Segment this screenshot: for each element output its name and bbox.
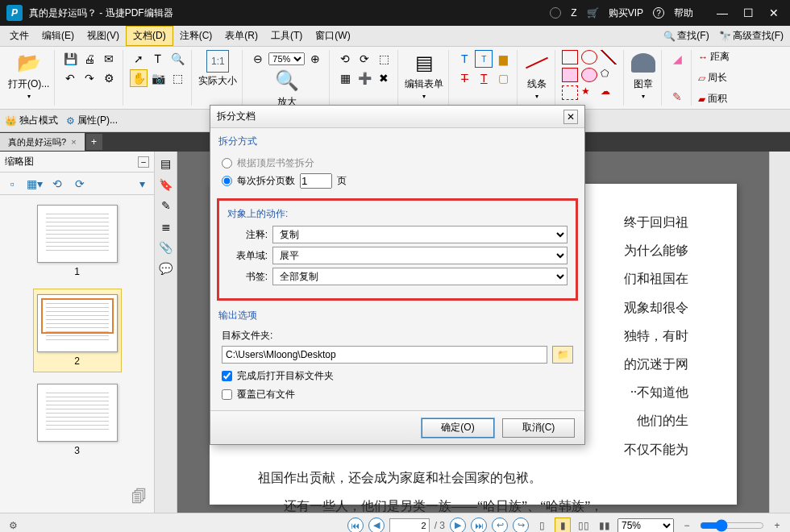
annotations-select[interactable]: 复制 <box>272 226 568 243</box>
help-icon[interactable]: ? <box>653 7 664 19</box>
dialog-close-button[interactable]: ✕ <box>563 110 578 124</box>
actual-size-button[interactable]: 1:1 实际大小 <box>198 50 237 88</box>
menu-comment[interactable]: 注释(C) <box>173 27 219 45</box>
nav-back-button[interactable]: ↩ <box>492 517 508 533</box>
browse-folder-button[interactable]: 📁 <box>552 346 573 364</box>
pencil-icon[interactable]: ✎ <box>668 88 686 106</box>
page-icon[interactable]: ▦ <box>336 69 354 87</box>
vt-signature-icon[interactable]: ✎ <box>157 197 175 214</box>
bookmarks-select[interactable]: 全部复制 <box>272 268 568 285</box>
open-button[interactable]: 📂 打开(O)...▾ <box>8 50 49 100</box>
new-tab-button[interactable]: + <box>86 134 102 150</box>
note-icon[interactable]: ▢ <box>494 69 512 87</box>
underline-icon[interactable]: T <box>475 69 493 87</box>
zoom-in-icon[interactable]: ⊕ <box>306 50 324 68</box>
thumb-new-icon[interactable]: ▫ <box>3 175 21 193</box>
shape-star[interactable]: ★ <box>581 85 597 100</box>
zoom-big-button[interactable]: 🔍 放大▾ <box>249 68 324 110</box>
zoom-out-bottom-icon[interactable]: − <box>679 517 695 533</box>
menu-view[interactable]: 视图(V) <box>81 27 126 45</box>
menu-form[interactable]: 表单(R) <box>218 27 264 45</box>
exclusive-mode-button[interactable]: 👑独占模式 <box>5 114 58 127</box>
highlight-icon[interactable]: ▆ <box>494 50 512 68</box>
first-page-button[interactable]: ⏮ <box>347 517 364 533</box>
strike-icon[interactable]: T̶ <box>455 69 473 87</box>
find-button[interactable]: 🔍查找(F) <box>660 27 712 44</box>
thumb-options-icon[interactable]: ▦▾ <box>26 175 44 193</box>
rotate-right-icon[interactable]: ⟳ <box>356 50 373 68</box>
minimize-button[interactable]: — <box>713 5 732 21</box>
print-icon[interactable]: 🖨 <box>81 50 98 68</box>
facing-continuous-icon[interactable]: ▮▮ <box>597 517 613 533</box>
shop-icon[interactable] <box>587 7 599 19</box>
continuous-icon[interactable]: ▮ <box>555 517 571 533</box>
single-page-icon[interactable]: ▯ <box>534 517 550 533</box>
shape-polyline[interactable] <box>601 50 617 64</box>
formfields-select[interactable]: 展平 <box>272 247 568 264</box>
text-edit-icon[interactable]: T <box>455 50 473 68</box>
vt-layers-icon[interactable]: ≣ <box>157 218 175 235</box>
text-select-icon[interactable]: Ꭲ <box>149 50 167 68</box>
undo-icon[interactable]: ↶ <box>61 69 79 87</box>
menu-file[interactable]: 文件 <box>3 27 35 45</box>
delete-icon[interactable]: ✖ <box>375 69 393 87</box>
shape-rect[interactable] <box>562 50 578 64</box>
facing-icon[interactable]: ▯▯ <box>576 517 592 533</box>
distance-button[interactable]: ↔距离 <box>698 50 730 64</box>
eraser-icon[interactable]: ◢ <box>668 50 686 68</box>
gear-icon[interactable]: ⚙ <box>100 69 118 87</box>
panel-collapse-icon[interactable]: – <box>138 156 149 168</box>
close-button[interactable]: ✕ <box>764 5 784 21</box>
thumb-menu-icon[interactable]: ▾ <box>133 175 151 193</box>
hand-icon[interactable]: ✋ <box>130 69 148 87</box>
thumb-rotate-right-icon[interactable]: ⟳ <box>71 175 89 193</box>
overwrite-checkbox[interactable] <box>222 389 232 400</box>
tab-close-icon[interactable]: × <box>71 137 76 147</box>
buy-vip-link[interactable]: 购买VIP <box>609 6 643 20</box>
prev-page-button[interactable]: ◀ <box>368 517 385 533</box>
perimeter-button[interactable]: ▱周长 <box>698 71 730 85</box>
shape-circle[interactable] <box>581 50 597 64</box>
dest-folder-input[interactable] <box>222 346 547 364</box>
menu-window[interactable]: 窗口(W) <box>309 27 356 45</box>
crop-icon[interactable]: ⬚ <box>375 50 393 68</box>
sb-gear-icon[interactable]: ⚙ <box>5 517 21 533</box>
thumb-rotate-left-icon[interactable]: ⟲ <box>48 175 66 193</box>
mail-icon[interactable]: ✉ <box>100 50 118 68</box>
properties-button[interactable]: ⚙属性(P)... <box>66 114 118 127</box>
vt-pages-icon[interactable]: ▤ <box>157 155 175 172</box>
save-icon[interactable]: 💾 <box>61 50 79 68</box>
zoom-combo-bottom[interactable]: 75% <box>617 518 674 533</box>
zoom-slider[interactable] <box>700 519 764 532</box>
zoom-tool-icon[interactable]: 🔍 <box>168 50 186 68</box>
shape-cloud[interactable] <box>562 85 578 100</box>
stamp-button[interactable]: 图章▾ <box>630 50 656 100</box>
shape-rect-fill[interactable] <box>562 68 578 82</box>
redo-icon[interactable]: ↷ <box>81 69 98 87</box>
span-icon[interactable]: ⬚ <box>168 69 186 87</box>
nav-fwd-button[interactable]: ↪ <box>513 517 529 533</box>
last-page-button[interactable]: ⏭ <box>471 517 487 533</box>
user-indicator[interactable]: Z <box>571 7 576 19</box>
cursor-icon[interactable]: ➚ <box>130 50 148 68</box>
pages-per-split-input[interactable] <box>300 173 332 189</box>
menu-document[interactable]: 文档(D) <box>126 26 173 46</box>
menu-edit[interactable]: 编辑(E) <box>35 27 81 45</box>
page-number-input[interactable] <box>389 518 430 533</box>
help-link[interactable]: 帮助 <box>674 6 693 20</box>
maximize-button[interactable]: ☐ <box>738 5 758 21</box>
radio-by-pages[interactable] <box>222 176 232 186</box>
zoom-select[interactable]: 75% <box>268 52 305 65</box>
area-button[interactable]: ▰面积 <box>698 92 730 106</box>
zoom-out-icon[interactable]: ⊖ <box>249 50 267 68</box>
radio-by-bookmark[interactable] <box>222 158 232 168</box>
textbox-icon[interactable]: T <box>475 50 493 68</box>
snapshot-icon[interactable]: 📷 <box>149 69 167 87</box>
ok-button[interactable]: 确定(O) <box>422 418 494 438</box>
advanced-find-button[interactable]: 🔭高级查找(F) <box>716 27 787 44</box>
shape-pentagon[interactable]: ⬠ <box>601 68 617 82</box>
menu-tools[interactable]: 工具(T) <box>264 27 309 45</box>
open-after-checkbox[interactable] <box>222 371 232 381</box>
vt-bookmarks-icon[interactable]: 🔖 <box>157 176 175 193</box>
thumbnail-page-3[interactable]: 3 <box>33 384 122 456</box>
